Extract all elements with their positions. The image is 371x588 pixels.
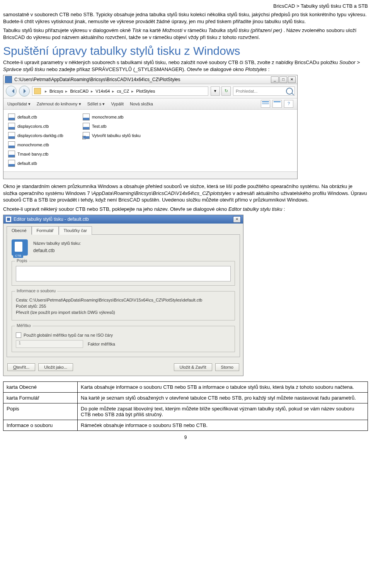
file-label: Test.stb	[92, 124, 107, 129]
file-label: monochrome.ctb	[17, 142, 49, 147]
text: na kartě	[143, 27, 162, 33]
import-note: Převzít (lze použít pro import starších …	[16, 310, 231, 315]
iso-checkbox-row[interactable]: Použít globální měřítko typů čar na ne I…	[16, 332, 231, 338]
breadcrumb-bar[interactable]: ▸ Bricsys ▸ BricsCAD ▸ V14x64 ▸ cs_CZ ▸ …	[32, 86, 208, 96]
save-close-button[interactable]: Uložit & Zavřít	[174, 363, 212, 371]
file-item[interactable]: default.stb	[8, 160, 63, 167]
search-input[interactable]	[235, 88, 279, 94]
tab-form[interactable]: Formulář	[32, 226, 59, 235]
help-button[interactable]: ?	[284, 100, 293, 108]
italic: Editor tabulky stylu tisku	[228, 206, 282, 212]
crumb[interactable]: V14x64	[95, 89, 110, 93]
maximize-button[interactable]: □	[279, 76, 287, 83]
text: Tabulku stylů tisku přiřazujete výkresu …	[3, 27, 132, 33]
file-item[interactable]: monochrome.stb	[83, 114, 141, 120]
group-fileinfo: Informace o souboru Cesta: C:\Users\Petr…	[12, 291, 235, 320]
nav-forward-button[interactable]	[19, 86, 30, 97]
stb-file-icon	[83, 123, 90, 130]
tabstrip: Obecné Formulář Tloušťky čar	[3, 224, 243, 234]
group-legend: Informace o souboru	[15, 288, 57, 293]
file-label: Tmavé barvy.ctb	[17, 152, 49, 156]
minimize-button[interactable]: _	[271, 76, 279, 83]
refresh-button[interactable]: ↻	[221, 86, 231, 96]
open-button[interactable]: Otevřít...	[7, 363, 35, 371]
new-folder-button[interactable]: Nová složka	[130, 102, 153, 106]
crumb[interactable]: Bricsys	[49, 89, 63, 93]
table-cell: Rámeček obsahuje informace o souboru STB…	[78, 420, 368, 431]
file-path: Cesta: C:\Users\Petrmat\AppData\Roaming\…	[16, 298, 231, 302]
library-menu[interactable]: Zahrnout do knihovny	[37, 102, 81, 107]
file-item[interactable]: monochrome.ctb	[8, 141, 63, 148]
ctb-file-icon	[8, 123, 15, 130]
crumb[interactable]: PlotStyles	[136, 89, 155, 93]
table-cell: Popis	[3, 403, 78, 420]
nav-back-button[interactable]	[6, 86, 17, 97]
text: :	[284, 206, 285, 212]
editor-dialog: Editor tabulky stylů tisku - default.ctb…	[3, 215, 243, 376]
file-label: displaycolors-darkbg.ctb	[17, 133, 63, 138]
tab-lineweights[interactable]: Tloušťky čar	[59, 226, 92, 235]
scale-factor-input: 1	[16, 340, 83, 348]
file-item[interactable]: Tmavé barvy.ctb	[8, 151, 63, 158]
chevron-icon: ▸	[63, 89, 70, 94]
folder-icon	[5, 76, 12, 83]
dialog-titlebar: Editor tabulky stylů tisku - default.ctb…	[3, 215, 243, 224]
dialog-button-row: Otevřít... Uložit jako... Uložit & Zavří…	[3, 360, 243, 376]
ctb-file-icon	[8, 151, 15, 158]
close-button[interactable]: ✕	[233, 216, 241, 223]
saveas-button[interactable]: Uložit jako...	[38, 363, 73, 371]
text: Chcete-li upravit parametry v některých …	[3, 59, 339, 65]
titlebar: C:\Users\Petrmat\AppData\Roaming\Bricsys…	[3, 75, 297, 84]
italic: Tisk	[132, 27, 141, 33]
page-number: 9	[3, 435, 368, 440]
statusbar	[3, 171, 297, 179]
ctb-file-icon	[8, 141, 15, 148]
organize-menu[interactable]: Uspořádat	[7, 102, 31, 107]
dropdown-icon[interactable]: ▾	[211, 86, 220, 96]
file-label: displaycolors.ctb	[17, 124, 49, 129]
burn-button[interactable]: Vypálit	[111, 102, 124, 106]
btn-label: tevřít...	[17, 365, 30, 369]
view-button[interactable]	[261, 100, 270, 108]
ctb-file-icon	[8, 132, 15, 139]
table-cell: Na kartě je seznam stylů obsažených v ot…	[78, 393, 368, 403]
file-list: default.ctb displaycolors.ctb displaycol…	[3, 110, 297, 171]
chevron-icon: ▸	[43, 89, 49, 94]
file-item[interactable]: displaycolors.ctb	[8, 123, 63, 130]
crumb[interactable]: cs_CZ	[117, 89, 129, 93]
file-item[interactable]: displaycolors-darkbg.ctb	[8, 132, 63, 139]
text: nebo zadejte příkaz SPRÁVCESTYLŮ (_STYLE…	[46, 66, 245, 72]
explorer-toolbar: Uspořádat Zahrnout do knihovny Sdílet s …	[3, 98, 297, 110]
table-cell: Do pole můžete zapsat libovolný text, kt…	[78, 403, 368, 420]
shortcut-icon	[83, 132, 90, 139]
tab-panel: Název tabulky stylů tisku: default.ctb P…	[7, 234, 240, 357]
stb-file-icon	[8, 160, 15, 167]
breadcrumb: BricsCAD > Tabulky stylů tisku CTB a STB	[3, 3, 368, 9]
close-button[interactable]: ✕	[288, 76, 296, 83]
name-value: default.ctb	[12, 248, 235, 253]
table-cell: karta Formulář	[3, 393, 78, 403]
ctb-large-icon	[12, 239, 28, 256]
file-label: default.ctb	[17, 115, 37, 119]
checkbox[interactable]	[16, 332, 21, 338]
share-menu[interactable]: Sdílet s	[87, 102, 105, 107]
file-item[interactable]: default.ctb	[8, 114, 63, 120]
file-label: default.stb	[17, 161, 37, 166]
chevron-icon: ▸	[88, 89, 95, 94]
crumb[interactable]: BricsCAD	[70, 89, 88, 93]
preview-button[interactable]	[272, 100, 282, 108]
search-icon	[286, 88, 293, 95]
cancel-button[interactable]: Storno	[215, 363, 239, 371]
address-bar-row: ▸ Bricsys ▸ BricsCAD ▸ V14x64 ▸ cs_CZ ▸ …	[3, 84, 297, 98]
description-textarea[interactable]	[16, 266, 231, 281]
group-description: Popis	[12, 261, 235, 286]
search-box[interactable]	[233, 86, 295, 96]
paragraph: Chcete-li upravit některý soubor CTB neb…	[3, 206, 368, 213]
table-row: Popis Do pole můžete zapsat libovolný te…	[3, 403, 368, 420]
italic: Tabulka stylů tisku (přiřazení per)	[208, 27, 282, 33]
file-item[interactable]: Vytvořit tabulku stylů tisku	[83, 132, 141, 139]
text: Chcete-li upravit některý soubor CTB neb…	[3, 206, 228, 212]
paragraph: Tabulku stylů tisku přiřazujete výkresu …	[3, 27, 368, 41]
file-item[interactable]: Test.stb	[83, 123, 141, 130]
tab-general[interactable]: Obecné	[7, 226, 32, 235]
